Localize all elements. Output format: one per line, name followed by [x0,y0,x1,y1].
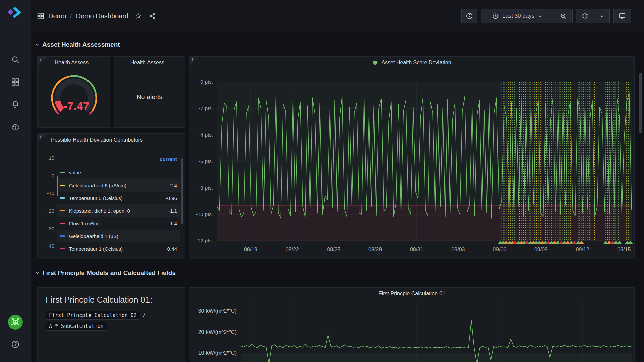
svg-text:-6 pts.: -6 pts. [199,158,213,164]
y-tick: 10 [38,155,54,161]
logo-diamond [7,9,13,15]
legend-row[interactable]: value [57,166,180,179]
legend-label: Flow 1 (m³/h) [69,221,159,226]
svg-text:-10 pts.: -10 pts. [196,211,213,217]
star-icon[interactable] [135,13,142,19]
time-range-picker[interactable]: Last 30 days [481,9,554,23]
panel-info-corner[interactable] [38,57,47,66]
calc-time-series-chart[interactable]: 30 kW/(m^2*°C)20 kW/(m^2*°C)10 kW/(m^2*°… [189,288,635,362]
health-gauge-chart[interactable]: -7.47 [41,67,107,126]
section-title: First Principle Models and Calcualted Fi… [42,269,176,277]
y-tick: -20 [38,208,54,214]
top-navbar: Demo / Demo Dashboard Last 30 days [31,0,644,32]
grafana-logo[interactable] [7,5,23,19]
legend-label: Temperatuur 1 (Celsius) [69,246,159,252]
panel-health-contributors: i Possible Health Deviation Contributors… [37,133,185,259]
panel-health-alerts: Health Assess... No alerts [114,56,185,128]
series-color-swatch [60,223,65,224]
y-tick: -40 [38,243,54,249]
clock-icon [492,13,499,19]
svg-text:09/03: 09/03 [451,247,465,252]
section-title: Asset Health Assessment [42,41,120,48]
svg-text:08/28: 08/28 [368,247,382,252]
panel-title[interactable]: Possible Health Deviation Contributors [51,137,143,143]
svg-text:10 kW/(m^2*°C): 10 kW/(m^2*°C) [198,350,237,356]
refresh-group [576,9,610,23]
time-range-group: Last 30 days [481,9,573,23]
panel-info-corner[interactable] [38,134,47,143]
svg-text:08/25: 08/25 [327,247,340,252]
panel-health-gauge: i Health Assess... -7.47 [37,56,110,128]
svg-text:-8 pts.: -8 pts. [199,185,213,191]
panel-health-score-deviation: i Asset Health Score Deviation 0 pts.-2 … [189,56,635,259]
legend-row[interactable]: Geleidbaarheid 6 (µS/cm)-2.4 [57,179,180,192]
section-asset-health[interactable]: Asset Health Assessment [35,41,120,48]
svg-text:09/09: 09/09 [534,247,548,252]
legend-row[interactable]: Klepstand, dicht: 1, open: 0-1.1 [57,204,180,217]
chevron-down-icon [538,14,543,19]
y-tick: -30 [38,226,54,231]
legend-label: Geleidbaarheid 6 (µS/cm) [69,183,159,188]
legend-value: -0.96 [159,195,177,201]
collapse-chevron-icon [35,42,40,47]
legend-row[interactable]: Temperatuur 5 (Celsius)-0.96 [57,192,180,204]
svg-text:-12 pts.: -12 pts. [196,238,213,243]
legend-row[interactable]: Temperatuur 1 (Celsius)-0.44 [57,242,180,255]
time-zoom-out-button[interactable] [554,9,572,23]
info-corner-icon: i [40,134,41,139]
calc-code-chip: First Princple Calculation 02 [46,311,140,320]
y-tick: 0 [38,173,54,178]
info-circle-icon [466,12,473,20]
panel-info-button[interactable] [461,9,477,23]
svg-text:09/12: 09/12 [576,247,589,252]
legend-value: -1.1 [159,208,177,214]
dashboards-icon[interactable] [11,78,20,86]
info-corner-icon: i [40,57,41,62]
search-icon[interactable] [11,55,20,64]
sidebar: ? [0,0,31,362]
svg-text:08/22: 08/22 [286,247,299,252]
legend-value: -1.4 [159,221,177,226]
time-range-label: Last 30 days [502,13,534,19]
dashboard-grid-icon[interactable] [37,12,44,20]
zoom-out-icon [560,13,567,20]
legend-row[interactable]: Geleidbaarheid 1 (µS) [57,230,180,242]
page-scrollbar-thumb[interactable] [639,73,642,133]
legend-label: Klepstand, dicht: 1, open: 0 [69,208,159,214]
refresh-button[interactable] [576,9,594,23]
calc-code-chip: A * SubCalculation [46,322,107,331]
refresh-interval-button[interactable] [594,9,609,23]
breadcrumb-page[interactable]: Demo Dashboard [76,12,128,20]
collapse-chevron-icon [35,271,40,275]
svg-text:0 pts.: 0 pts. [200,79,213,85]
user-avatar[interactable] [8,315,23,330]
cloud-alert-icon[interactable] [11,123,20,131]
section-first-principle[interactable]: First Principle Models and Calcualted Fi… [35,269,176,277]
alerting-bell-icon[interactable] [11,100,20,109]
legend-sort-current[interactable]: current [57,156,177,162]
svg-text:09/06: 09/06 [493,247,506,252]
breadcrumb: Demo / Demo Dashboard [37,0,156,32]
svg-text:-2 pts.: -2 pts. [199,105,213,111]
help-question-glyph: ? [11,340,20,348]
share-icon[interactable] [149,13,156,19]
legend-row[interactable]: Flow 1 (m³/h)-1.4 [57,217,180,230]
help-icon[interactable]: ? [11,340,20,349]
svg-text:09/15: 09/15 [617,247,631,252]
no-alerts-message: No alerts [114,67,185,127]
chevron-down-icon [599,14,604,19]
breadcrumb-section[interactable]: Demo [48,12,66,20]
deviation-time-series-chart[interactable]: 0 pts.-2 pts.-4 pts.-6 pts.-8 pts.-10 pt… [189,57,635,259]
legend-label: Geleidbaarheid 1 (µS) [69,233,159,239]
legend-label: value [69,170,159,175]
panel-calc-text: First Princple Calculation 01: First Pri… [37,287,185,362]
svg-text:08/31: 08/31 [410,247,423,252]
series-color-swatch [60,185,65,186]
svg-text:08/19: 08/19 [244,247,257,252]
panel-calc-chart: First Princple Calculation 01 30 kW/(m^2… [189,287,635,362]
panel-title[interactable]: Health Assess... [124,60,175,66]
kiosk-mode-button[interactable] [613,9,631,23]
panel-title[interactable]: Health Assess... [48,60,100,66]
svg-text:20 kW/(m^2*°C): 20 kW/(m^2*°C) [198,329,237,335]
legend-scrollbar-thumb[interactable] [181,158,183,224]
